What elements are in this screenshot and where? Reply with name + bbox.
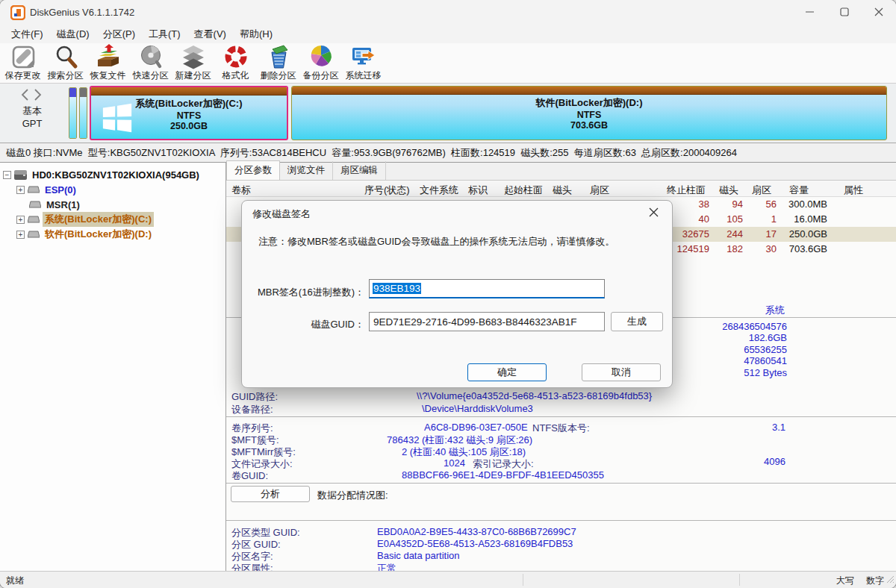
disk-scheme-label: GPT [0, 118, 64, 129]
col-filesystem[interactable]: 文件系统 [420, 184, 458, 197]
dialog-title: 修改磁盘签名 [252, 207, 311, 221]
format-button[interactable]: 格式化 [214, 44, 257, 83]
col-flag[interactable]: 标识 [468, 184, 488, 197]
close-icon [874, 6, 883, 19]
detail-tabs: 分区参数 浏览文件 扇区编辑 [226, 163, 896, 181]
ok-button[interactable]: 确定 [467, 363, 547, 381]
menu-help[interactable]: 帮助(H) [233, 25, 279, 43]
mbr-signature-input[interactable]: 938EB193 [369, 279, 605, 298]
status-num: 数字 [866, 575, 884, 587]
tree-root-label: HD0:KBG50ZNV1T02KIOXIA(954GB) [30, 169, 202, 181]
partition-fs: NTFS [91, 110, 287, 121]
col-start-head[interactable]: 磁头 [553, 184, 572, 197]
partition-block-d[interactable]: 软件(BitLocker加密)(D:) NTFS 703.6GB [291, 86, 887, 140]
tab-sector-edit[interactable]: 扇区编辑 [333, 161, 386, 180]
expand-icon[interactable]: + [16, 216, 25, 224]
generate-button[interactable]: 生成 [611, 312, 663, 331]
partition-tree: − HD0:KBG50ZNV1T02KIOXIA(954GB) + ESP(0)… [0, 163, 226, 571]
tab-partition-params[interactable]: 分区参数 [226, 160, 280, 180]
expand-icon[interactable]: + [16, 231, 25, 239]
delete-partition-icon [266, 44, 291, 69]
partition-strip-msr[interactable] [79, 87, 87, 139]
partition-fs: NTFS [292, 110, 886, 120]
title-bar: DiskGenius V6.1.1.1742 [0, 0, 896, 25]
partition-map: 基本 GPT 系统(BitLocker加密)(C:) NTFS 250.0GB … [0, 84, 896, 143]
stats-column-header: 系统 [765, 304, 785, 317]
partition-block-c[interactable]: 系统(BitLocker加密)(C:) NTFS 250.0GB [90, 86, 288, 140]
col-end-cyl[interactable]: 终止柱面 [667, 184, 706, 197]
status-bar: 就绪 大写 数字 [0, 571, 896, 588]
analyze-button[interactable]: 分析 [231, 486, 310, 502]
quick-partition-button[interactable]: 快速分区 [129, 44, 172, 83]
delete-partition-button[interactable]: 删除分区 [257, 44, 299, 83]
recover-files-icon [96, 44, 121, 69]
tree-item-system-c[interactable]: + 系统(BitLocker加密)(C:) [0, 212, 225, 227]
table-header-row: 卷标 序号(状态) 文件系统 标识 起始柱面 磁头 扇区 终止柱面 磁头 扇区 … [226, 181, 896, 197]
status-divider [523, 574, 523, 586]
disk-guid-label: 磁盘GUID： [242, 318, 364, 331]
col-capacity[interactable]: 容量 [789, 184, 809, 197]
tree-item-esp[interactable]: + ESP(0) [0, 182, 225, 197]
partition-nav: 基本 GPT [0, 84, 64, 143]
partition-icon [28, 186, 40, 193]
disk-type-label: 基本 [0, 104, 64, 118]
maximize-button[interactable] [827, 0, 862, 25]
menu-file[interactable]: 文件(F) [4, 25, 50, 43]
close-button[interactable] [862, 0, 896, 25]
collapse-icon[interactable]: − [3, 171, 11, 179]
partition-strip-esp[interactable] [69, 87, 77, 139]
menu-partition[interactable]: 分区(P) [96, 25, 142, 43]
dialog-warning-text: 注意：修改MBR签名或磁盘GUID会导致磁盘上的操作系统无法启动，请谨慎修改。 [258, 235, 615, 248]
system-migrate-button[interactable]: 系统迁移 [342, 44, 385, 83]
col-start-cyl[interactable]: 起始柱面 [504, 184, 543, 197]
menu-tools[interactable]: 工具(T) [142, 25, 187, 43]
capacity-cell: 16.0MB [753, 213, 827, 225]
minimize-icon [806, 6, 815, 19]
menu-view[interactable]: 查看(V) [187, 25, 233, 43]
partition-name-value: Basic data partition [377, 550, 460, 561]
capacity-cell: 300.0MB [753, 198, 827, 210]
new-partition-button[interactable]: 新建分区 [172, 44, 214, 83]
volume-guid-label: 卷GUID: [231, 469, 268, 483]
minimize-button[interactable] [793, 0, 827, 25]
col-index-status[interactable]: 序号(状态) [364, 184, 410, 197]
tree-item-disk-root[interactable]: − HD0:KBG50ZNV1T02KIOXIA(954GB) [0, 167, 225, 182]
nav-arrows-icon[interactable] [0, 88, 64, 104]
divider [226, 520, 896, 521]
search-partition-button[interactable]: 搜索分区 [44, 44, 87, 83]
window-title: DiskGenius V6.1.1.1742 [30, 7, 134, 18]
partition-usage-bar [91, 87, 287, 96]
menu-disk[interactable]: 磁盘(D) [50, 25, 96, 43]
tree-item-software-d[interactable]: + 软件(BitLocker加密)(D:) [0, 227, 225, 242]
partition-icon [29, 201, 41, 208]
col-volume-label[interactable]: 卷标 [231, 184, 251, 197]
backup-partition-button[interactable]: 备份分区 [299, 44, 342, 83]
end-head-cell: 105 [709, 213, 743, 225]
file-record-size-value: 1024 [420, 457, 465, 469]
partition-icon [28, 231, 40, 238]
format-icon [223, 44, 249, 69]
col-start-sector[interactable]: 扇区 [590, 184, 609, 197]
col-attribute[interactable]: 属性 [844, 184, 863, 197]
col-end-head[interactable]: 磁头 [719, 184, 738, 197]
modify-disk-signature-dialog: 修改磁盘签名 注意：修改MBR签名或磁盘GUID会导致磁盘上的操作系统无法启动，… [241, 200, 673, 388]
col-end-sector[interactable]: 扇区 [752, 184, 771, 197]
volume-guid-value: 88BBCF66-96E1-4DE9-BFDF-4B1EED450355 [402, 469, 604, 481]
mbr-signature-selected-text: 938EB193 [373, 283, 421, 294]
partition-type-guid-value: EBD0A0A2-B9E5-4433-87C0-68B6B72699C7 [377, 526, 576, 537]
guid-path-label: GUID路径: [231, 390, 278, 404]
recover-files-button[interactable]: 恢复文件 [87, 44, 129, 83]
cancel-button[interactable]: 取消 [582, 363, 661, 381]
maximize-icon [840, 6, 849, 19]
tree-item-label: ESP(0) [43, 184, 78, 196]
end-head-cell: 182 [709, 243, 743, 254]
tree-item-msr[interactable]: MSR(1) [0, 197, 225, 212]
partition-usage-bar [292, 87, 886, 95]
save-changes-button[interactable]: 保存更改 [1, 44, 44, 83]
disk-guid-input[interactable] [369, 312, 605, 331]
dialog-close-button[interactable] [645, 206, 662, 221]
tab-browse-files[interactable]: 浏览文件 [280, 161, 333, 180]
resize-grip[interactable] [887, 573, 895, 587]
expand-icon[interactable]: + [16, 186, 25, 194]
divider [226, 416, 896, 417]
